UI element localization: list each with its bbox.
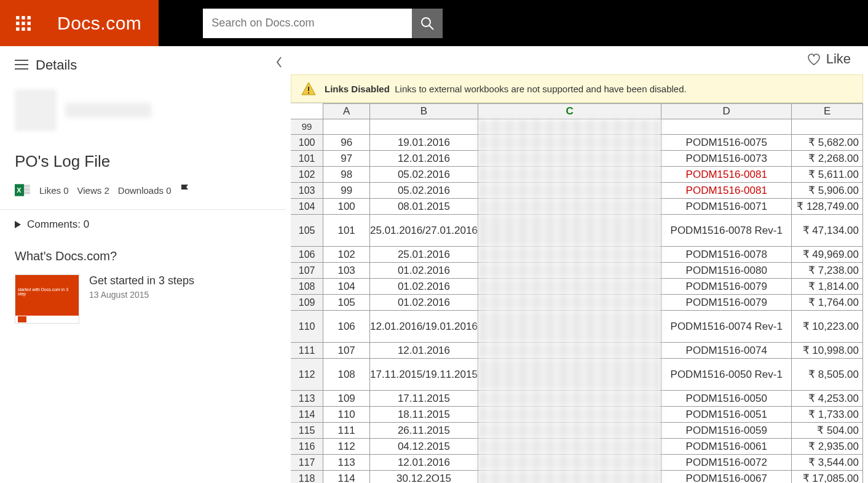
cell[interactable]: ₹ 5,682.00 xyxy=(792,135,863,151)
row-header[interactable]: 108 xyxy=(291,279,323,295)
cell[interactable]: 103 xyxy=(323,263,370,279)
cell[interactable]: PODM1516-0050 xyxy=(661,391,792,407)
cell[interactable]: PODM1516-0081 xyxy=(661,183,792,199)
cell[interactable]: 12.01.2016/19.01.2016 xyxy=(370,311,478,343)
cell[interactable]: 18.11.2015 xyxy=(370,407,478,423)
col-header-d[interactable]: D xyxy=(661,104,792,119)
hamburger-icon[interactable] xyxy=(15,57,28,73)
cell[interactable]: 12.01.2016 xyxy=(370,343,478,359)
cell[interactable]: PODM1516-0075 xyxy=(661,135,792,151)
cell[interactable]: 109 xyxy=(323,391,370,407)
cell[interactable]: PODM1516-0079 xyxy=(661,279,792,295)
row-header[interactable]: 115 xyxy=(291,423,323,439)
cell[interactable]: PODM1516-0072 xyxy=(661,455,792,471)
cell[interactable]: 01.02.2016 xyxy=(370,295,478,311)
cell[interactable]: PODM1516-0051 xyxy=(661,407,792,423)
row-header[interactable]: 105 xyxy=(291,215,323,247)
cell[interactable]: 05.02.2016 xyxy=(370,167,478,183)
cell[interactable] xyxy=(478,471,661,484)
cell[interactable]: ₹ 1,814.00 xyxy=(792,279,863,295)
cell[interactable] xyxy=(478,151,661,167)
row-header[interactable]: 102 xyxy=(291,167,323,183)
cell[interactable]: 107 xyxy=(323,343,370,359)
spreadsheet[interactable]: A B C D E 991009619.01.2016PODM1516-0075… xyxy=(291,103,863,483)
flag-icon[interactable] xyxy=(180,184,190,197)
author-avatar[interactable] xyxy=(15,89,57,131)
cell[interactable]: ₹ 17,085.00 xyxy=(792,471,863,484)
cell[interactable] xyxy=(478,247,661,263)
cell[interactable]: 106 xyxy=(323,311,370,343)
cell[interactable]: ₹ 47,134.00 xyxy=(792,215,863,247)
cell[interactable]: PODM1516-0078 Rev-1 xyxy=(661,215,792,247)
row-header[interactable]: 110 xyxy=(291,311,323,343)
cell[interactable] xyxy=(478,423,661,439)
cell[interactable]: 19.01.2016 xyxy=(370,135,478,151)
cell[interactable] xyxy=(478,407,661,423)
cell[interactable]: PODM1516-0073 xyxy=(661,151,792,167)
cell[interactable]: ₹ 1,764.00 xyxy=(792,295,863,311)
cell[interactable]: PODM1516-0080 xyxy=(661,263,792,279)
cell[interactable]: 30.12.2O15 xyxy=(370,471,478,484)
cell[interactable]: 102 xyxy=(323,247,370,263)
row-header[interactable]: 116 xyxy=(291,439,323,455)
cell[interactable]: 17.11.2015 xyxy=(370,391,478,407)
cell[interactable] xyxy=(478,455,661,471)
cell[interactable]: 25.01.2016 xyxy=(370,247,478,263)
row-header[interactable]: 103 xyxy=(291,183,323,199)
row-header[interactable]: 118 xyxy=(291,471,323,484)
col-header-c[interactable]: C xyxy=(478,104,661,119)
cell[interactable] xyxy=(478,279,661,295)
cell[interactable]: 108 xyxy=(323,359,370,391)
cell[interactable]: 114 xyxy=(323,471,370,484)
cell[interactable]: PODM1516-0078 xyxy=(661,247,792,263)
cell[interactable]: 25.01.2016/27.01.2016 xyxy=(370,215,478,247)
cell[interactable]: PODM1516-0079 xyxy=(661,295,792,311)
promo-card[interactable]: started with Docs.com in 3 step Get star… xyxy=(15,274,271,324)
cell[interactable]: PODM1516-0071 xyxy=(661,199,792,215)
row-header[interactable]: 114 xyxy=(291,407,323,423)
cell[interactable] xyxy=(478,311,661,343)
cell[interactable] xyxy=(478,343,661,359)
row-header[interactable]: 101 xyxy=(291,151,323,167)
cell[interactable]: 01.02.2016 xyxy=(370,279,478,295)
row-header[interactable]: 100 xyxy=(291,135,323,151)
cell[interactable] xyxy=(478,135,661,151)
row-header[interactable]: 117 xyxy=(291,455,323,471)
cell[interactable] xyxy=(478,167,661,183)
row-header[interactable]: 104 xyxy=(291,199,323,215)
cell[interactable]: 96 xyxy=(323,135,370,151)
cell[interactable]: 105 xyxy=(323,295,370,311)
cell[interactable]: 01.02.2016 xyxy=(370,263,478,279)
cell[interactable]: ₹ 7,238.00 xyxy=(792,263,863,279)
author-name[interactable] xyxy=(65,103,151,118)
row-header[interactable]: 112 xyxy=(291,359,323,391)
cell[interactable]: ₹ 2,935.00 xyxy=(792,439,863,455)
search-input[interactable] xyxy=(203,9,412,38)
cell[interactable]: ₹ 5,611.00 xyxy=(792,167,863,183)
cell[interactable]: ₹ 5,906.00 xyxy=(792,183,863,199)
row-header[interactable]: 106 xyxy=(291,247,323,263)
select-all-corner[interactable] xyxy=(291,104,323,119)
cell[interactable]: 113 xyxy=(323,455,370,471)
cell[interactable]: 100 xyxy=(323,199,370,215)
cell[interactable]: 97 xyxy=(323,151,370,167)
col-header-b[interactable]: B xyxy=(370,104,478,119)
cell[interactable]: 111 xyxy=(323,423,370,439)
cell[interactable]: 99 xyxy=(323,183,370,199)
row-header[interactable]: 99 xyxy=(291,119,323,135)
collapse-sidebar-button[interactable] xyxy=(275,55,283,71)
cell[interactable]: ₹ 10,998.00 xyxy=(792,343,863,359)
row-header[interactable]: 113 xyxy=(291,391,323,407)
cell[interactable] xyxy=(478,439,661,455)
cell[interactable]: 110 xyxy=(323,407,370,423)
cell[interactable]: ₹ 49,969.00 xyxy=(792,247,863,263)
cell[interactable] xyxy=(478,359,661,391)
app-launcher-button[interactable] xyxy=(0,0,46,46)
cell[interactable]: 112 xyxy=(323,439,370,455)
col-header-a[interactable]: A xyxy=(323,104,370,119)
row-header[interactable]: 111 xyxy=(291,343,323,359)
cell[interactable]: ₹ 3,544.00 xyxy=(792,455,863,471)
row-header[interactable]: 109 xyxy=(291,295,323,311)
cell[interactable]: PODM1516-0050 Rev-1 xyxy=(661,359,792,391)
cell[interactable]: ₹ 1,733.00 xyxy=(792,407,863,423)
